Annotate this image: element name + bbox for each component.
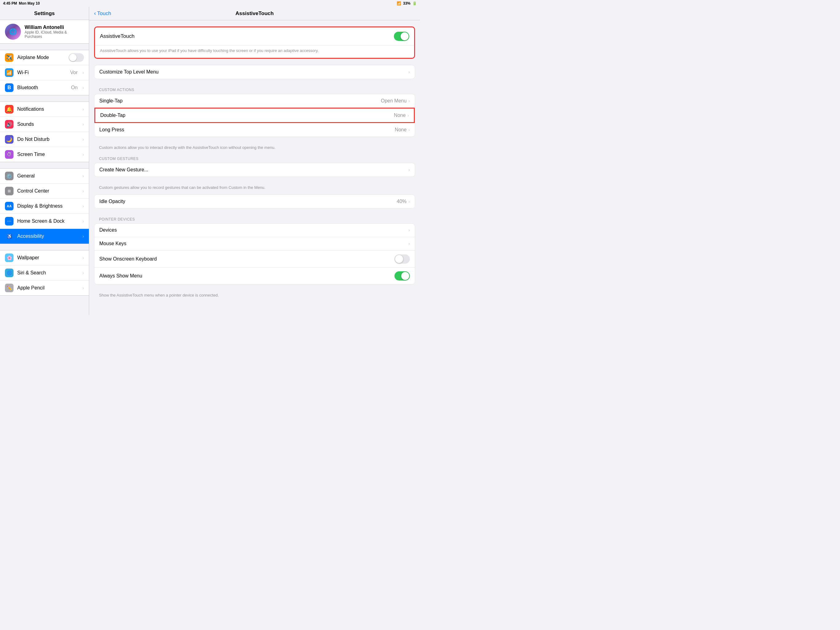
home-screen-label: Home Screen & Dock [17,218,79,224]
pointer-devices-card: Devices › Mouse Keys › Show Onscreen Key… [94,223,415,285]
content-area: AssistiveTouch AssistiveTouch allows you… [89,20,420,308]
sounds-chevron: › [82,122,84,127]
home-screen-icon: ⋯ [5,217,14,225]
mouse-keys-row[interactable]: Mouse Keys › [95,237,415,251]
double-tap-row[interactable]: Double-Tap None › [95,109,414,122]
sounds-label: Sounds [17,122,79,127]
sidebar-item-do-not-disturb[interactable]: 🌙 Do Not Disturb › [0,132,89,147]
assistive-touch-label: AssistiveTouch [100,33,394,40]
sidebar-item-airplane-mode[interactable]: ✈️ Airplane Mode [0,50,89,65]
profile-section[interactable]: 🌐 William Antonelli Apple ID, iCloud, Me… [0,20,89,44]
bluetooth-icon: B [5,83,14,92]
sounds-icon: 🔊 [5,120,14,128]
show-onscreen-keyboard-label: Show Onscreen Keyboard [99,256,395,262]
nav-bar: ‹ Touch AssistiveTouch [89,7,420,20]
general-label: General [17,173,79,179]
long-press-value: None [395,127,406,133]
always-show-menu-toggle[interactable] [395,271,410,280]
apple-pencil-icon: ✏️ [5,283,14,292]
long-press-label: Long Press [99,127,395,133]
wifi-icon: 📶 [396,1,401,6]
sidebar-item-home-screen[interactable]: ⋯ Home Screen & Dock › [0,214,89,229]
wifi-settings-icon: 📶 [5,68,14,77]
siri-chevron: › [82,271,84,275]
custom-actions-header: CUSTOM ACTIONS [94,85,415,94]
sidebar-item-apple-pencil[interactable]: ✏️ Apple Pencil › [0,280,89,295]
sidebar-item-display[interactable]: AA Display & Brightness › [0,199,89,214]
long-press-row[interactable]: Long Press None › [95,123,415,136]
single-tap-row[interactable]: Single-Tap Open Menu › [95,94,415,108]
dnd-chevron: › [82,137,84,142]
sidebar-item-accessibility[interactable]: ♿ Accessibility › [0,229,89,244]
display-chevron: › [82,204,84,209]
always-show-menu-row[interactable]: Always Show Menu [95,268,415,284]
sidebar-item-notifications[interactable]: 🔔 Notifications › [0,102,89,117]
airplane-toggle[interactable] [69,53,84,62]
idle-opacity-chevron: › [408,199,410,204]
siri-icon: 🌀 [5,269,14,277]
custom-gestures-card: Create New Gesture... › [94,163,415,177]
back-label: Touch [97,11,111,17]
custom-actions-card: Single-Tap Open Menu › Double-Tap None ›… [94,94,415,137]
custom-actions-description: Custom actions allow you to interact dir… [94,143,415,154]
sidebar-item-wallpaper[interactable]: 🌸 Wallpaper › [0,250,89,266]
idle-opacity-label: Idle Opacity [99,199,396,204]
assistive-touch-toggle[interactable] [394,32,409,41]
notifications-icon: 🔔 [5,105,14,114]
notifications-label: Notifications [17,106,79,112]
control-center-label: Control Center [17,188,79,194]
always-show-menu-label: Always Show Menu [99,273,395,279]
avatar: 🌐 [5,24,21,40]
airplane-label: Airplane Mode [17,55,65,60]
battery-icon: 🔋 [412,1,417,6]
custom-gestures-description: Custom gestures allow you to record gest… [94,183,415,194]
devices-row[interactable]: Devices › [95,224,415,237]
nav-back-button[interactable]: ‹ Touch [94,10,111,17]
idle-opacity-row[interactable]: Idle Opacity 40% › [95,195,415,208]
sidebar-item-bluetooth[interactable]: B Bluetooth On › [0,80,89,95]
pointer-devices-header: POINTER DEVICES [94,215,415,223]
control-center-chevron: › [82,188,84,193]
wallpaper-icon: 🌸 [5,253,14,262]
show-onscreen-keyboard-toggle[interactable] [395,255,410,264]
long-press-chevron: › [408,127,410,132]
create-gesture-row[interactable]: Create New Gesture... › [95,163,415,177]
devices-chevron: › [408,228,410,233]
display-label: Display & Brightness [17,203,79,209]
customize-menu-row[interactable]: Customize Top Level Menu › [95,65,415,79]
sidebar-group-notifications: 🔔 Notifications › 🔊 Sounds › 🌙 Do Not Di… [0,101,89,162]
wifi-value: Vor [70,70,77,75]
siri-label: Siri & Search [17,270,79,275]
sidebar-item-screen-time[interactable]: ⏱ Screen Time › [0,147,89,162]
sidebar-item-sounds[interactable]: 🔊 Sounds › [0,117,89,132]
idle-opacity-value: 40% [396,199,406,204]
custom-gestures-header: CUSTOM GESTURES [94,154,415,163]
apple-pencil-chevron: › [82,285,84,290]
screen-time-label: Screen Time [17,152,79,157]
create-gesture-chevron: › [408,167,410,172]
single-tap-label: Single-Tap [99,98,381,104]
sidebar-item-wifi[interactable]: 📶 Wi-Fi Vor › [0,65,89,80]
sidebar-item-general[interactable]: ⚙️ General › [0,169,89,184]
main-layout: Settings 🌐 William Antonelli Apple ID, i… [0,7,420,315]
assistive-touch-row[interactable]: AssistiveTouch [95,27,414,46]
airplane-icon: ✈️ [5,53,14,62]
double-tap-value: None [394,112,406,118]
sidebar-item-siri[interactable]: 🌀 Siri & Search › [0,266,89,280]
status-time: 4:45 PM [3,1,17,6]
mouse-keys-label: Mouse Keys [99,241,408,246]
sidebar-group-misc: 🌸 Wallpaper › 🌀 Siri & Search › ✏️ Apple… [0,250,89,296]
back-chevron-icon: ‹ [94,10,96,17]
show-onscreen-keyboard-row[interactable]: Show Onscreen Keyboard [95,251,415,268]
double-tap-chevron: › [407,113,409,118]
customize-menu-label: Customize Top Level Menu [99,69,408,75]
sidebar-group-connectivity: ✈️ Airplane Mode 📶 Wi-Fi Vor › B Bluetoo… [0,50,89,95]
bluetooth-chevron: › [82,85,84,90]
sidebar-item-control-center[interactable]: ⊞ Control Center › [0,184,89,199]
sidebar-group-general: ⚙️ General › ⊞ Control Center › AA Displ… [0,168,89,244]
wallpaper-chevron: › [82,255,84,260]
general-chevron: › [82,174,84,179]
idle-opacity-card: Idle Opacity 40% › [94,195,415,209]
single-tap-chevron: › [408,98,410,103]
mouse-keys-chevron: › [408,241,410,246]
